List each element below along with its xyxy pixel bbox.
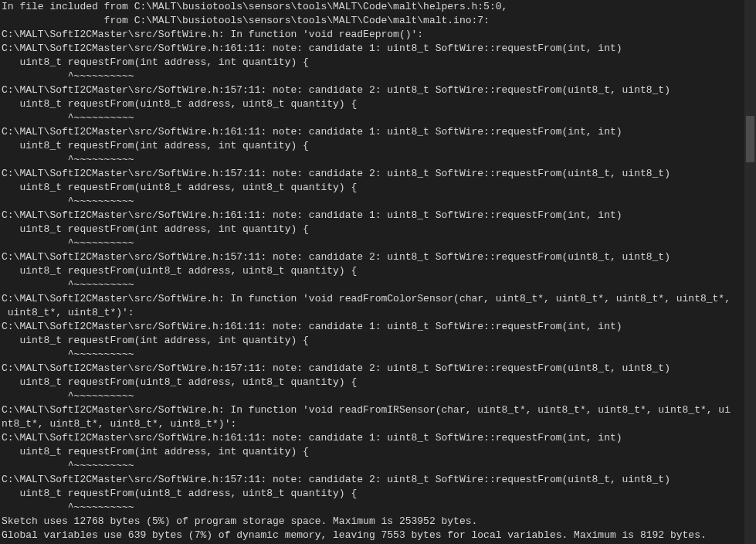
- scrollbar-track[interactable]: [744, 0, 756, 544]
- scrollbar-thumb[interactable]: [746, 116, 754, 162]
- compiler-output: In file included from C:\MALT\busiotools…: [0, 0, 746, 544]
